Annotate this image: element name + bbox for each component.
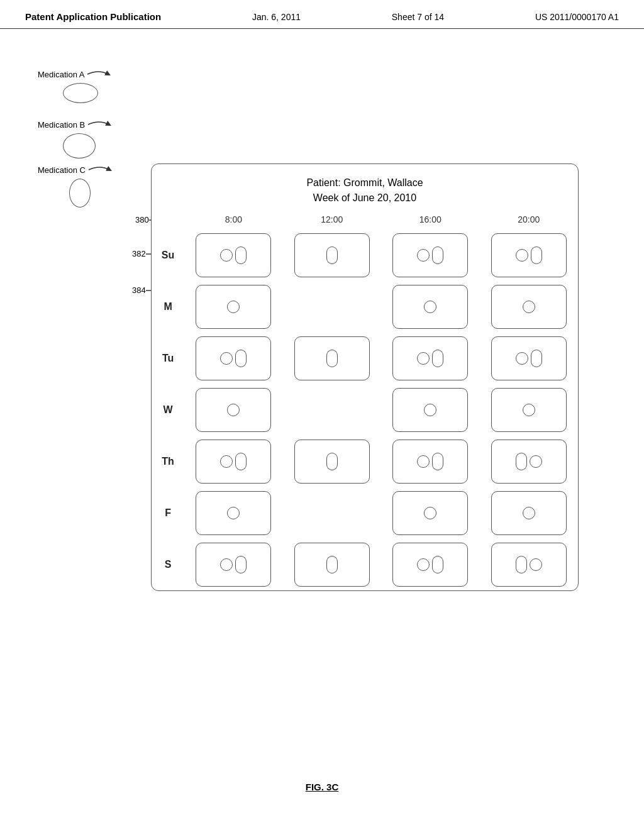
day-f: F xyxy=(152,487,184,539)
circle-pill xyxy=(424,507,436,519)
cell-su-1600 xyxy=(381,230,479,281)
pill-b-shape xyxy=(63,133,96,158)
circle-pill xyxy=(220,352,233,365)
circle-pill xyxy=(417,352,430,365)
circle-pill xyxy=(227,507,240,519)
capsule-pill xyxy=(432,453,443,470)
cell-f-2000 xyxy=(480,487,579,539)
cell-container xyxy=(491,285,567,329)
cell-container xyxy=(491,336,567,380)
cell-container xyxy=(196,440,271,484)
ref-382-text: 382 xyxy=(132,249,146,258)
medication-b-label: Medication B xyxy=(38,118,112,131)
medication-a-group: Medication A xyxy=(38,68,111,103)
medication-c-label: Medication C xyxy=(38,163,113,176)
medication-a-text: Medication A xyxy=(38,70,84,79)
capsule-pill xyxy=(531,246,542,264)
pill-combo xyxy=(326,453,338,470)
schedule-table: 8:00 12:00 16:00 20:00 Su xyxy=(152,212,578,590)
circle-pill xyxy=(220,558,233,571)
cell-container xyxy=(392,388,468,432)
cell-container xyxy=(491,233,567,277)
week-info: Week of June 20, 2010 xyxy=(164,191,565,206)
circle-pill xyxy=(417,249,430,262)
cell-s-800 xyxy=(184,539,282,590)
day-m: M xyxy=(152,281,184,333)
circle-pill xyxy=(227,404,240,416)
cell-f-1200 xyxy=(283,487,381,539)
publication-date: Jan. 6, 2011 xyxy=(252,12,301,22)
cell-container xyxy=(196,285,271,329)
pill-combo xyxy=(326,556,338,573)
day-header xyxy=(152,212,184,230)
cell-su-2000 xyxy=(480,230,579,281)
capsule-pill xyxy=(432,350,443,367)
cell-su-800 xyxy=(184,230,282,281)
sheet-info: Sheet 7 of 14 xyxy=(392,12,444,22)
circle-pill xyxy=(523,404,535,416)
pill-combo xyxy=(515,556,543,573)
cell-container xyxy=(392,285,468,329)
cell-container xyxy=(392,543,468,587)
circle-pill xyxy=(227,301,240,313)
medication-a-arrow-icon xyxy=(86,68,111,80)
cell-w-800 xyxy=(184,384,282,436)
cell-container xyxy=(294,543,370,587)
table-row: F xyxy=(152,487,578,539)
cell-container xyxy=(196,388,271,432)
cell-m-1200 xyxy=(283,281,381,333)
cell-tu-1600 xyxy=(381,333,479,384)
cell-container-empty xyxy=(294,491,370,535)
capsule-pill xyxy=(432,556,443,573)
day-tu: Tu xyxy=(152,333,184,384)
page-header: Patent Application Publication Jan. 6, 2… xyxy=(0,0,644,29)
pill-combo xyxy=(219,453,247,470)
cell-f-800 xyxy=(184,487,282,539)
cell-su-1200 xyxy=(283,230,381,281)
circle-pill xyxy=(424,301,436,313)
figure-caption: FIG. 3C xyxy=(306,782,339,792)
pill-combo xyxy=(226,404,240,416)
cell-w-2000 xyxy=(480,384,579,436)
cell-th-1600 xyxy=(381,436,479,487)
pill-combo xyxy=(416,556,444,573)
day-su: Su xyxy=(152,230,184,281)
pill-a-shape xyxy=(63,83,98,103)
cell-container xyxy=(491,388,567,432)
cell-tu-2000 xyxy=(480,333,579,384)
cell-container xyxy=(294,233,370,277)
time-1200: 12:00 xyxy=(283,212,381,230)
cell-container xyxy=(294,440,370,484)
schedule-panel: Patient: Grommit, Wallace Week of June 2… xyxy=(151,163,579,591)
cell-container xyxy=(491,543,567,587)
capsule-pill xyxy=(235,453,247,470)
table-row: Su xyxy=(152,230,578,281)
medication-b-group: Medication B xyxy=(38,118,112,158)
table-row: M xyxy=(152,281,578,333)
cell-container-empty xyxy=(294,285,370,329)
cell-w-1200 xyxy=(283,384,381,436)
cell-s-2000 xyxy=(480,539,579,590)
circle-pill xyxy=(530,455,542,468)
circle-pill xyxy=(516,352,528,365)
cell-container xyxy=(491,440,567,484)
pill-combo xyxy=(416,350,444,367)
medication-c-text: Medication C xyxy=(38,165,86,175)
table-row: Th xyxy=(152,436,578,487)
capsule-pill xyxy=(516,453,527,470)
circle-pill xyxy=(424,404,436,416)
time-2000: 20:00 xyxy=(480,212,579,230)
ref-384-text: 384 xyxy=(132,285,146,295)
pill-combo xyxy=(515,350,543,367)
pill-c-shape xyxy=(69,179,91,208)
capsule-pill xyxy=(326,453,338,470)
circle-pill xyxy=(523,301,535,313)
panel-header: Patient: Grommit, Wallace Week of June 2… xyxy=(152,164,578,212)
capsule-pill xyxy=(235,350,247,367)
capsule-pill xyxy=(432,246,443,264)
pill-combo xyxy=(226,507,240,519)
cell-m-1600 xyxy=(381,281,479,333)
capsule-pill xyxy=(235,556,247,573)
pill-combo xyxy=(522,404,536,416)
day-th: Th xyxy=(152,436,184,487)
